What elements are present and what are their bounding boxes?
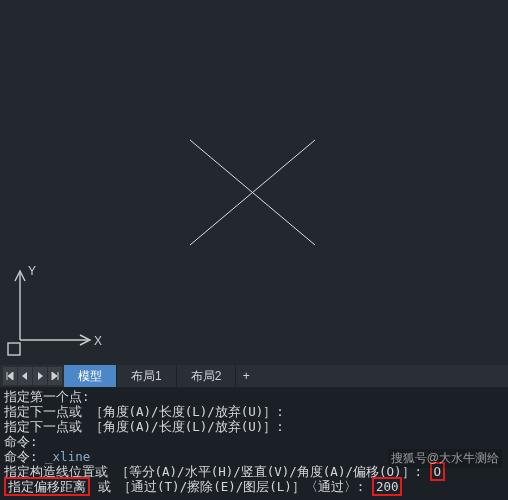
tab-nav-next[interactable] [33,367,47,385]
layout-tabs: 模型 布局1 布局2 [64,365,236,387]
tab-nav-prev[interactable] [18,367,32,385]
axis-x-label: X [94,334,102,348]
svg-rect-4 [8,343,20,355]
layout-tab-bar: 模型 布局1 布局2 + [0,365,508,387]
tab-add-button[interactable]: + [236,365,256,387]
cmd-line: 指定下一点或 ［角度(A)/长度(L)/放弃(U)］: [4,404,504,419]
command-window[interactable]: 指定第一个点: 指定下一点或 ［角度(A)/长度(L)/放弃(U)］: 指定下一… [0,387,508,500]
cmd-line: 指定偏移距离 或 ［通过(T)/擦除(E)/图层(L)］〈通过〉: 200 [4,479,504,494]
cmd-line: 指定第一个点: [4,389,504,404]
tab-nav-group [0,365,64,387]
drawing-viewport[interactable]: Y X [0,0,508,365]
watermark: 搜狐号@大水牛测给 [388,449,502,468]
tab-layout1[interactable]: 布局1 [117,365,177,387]
tab-layout2[interactable]: 布局2 [177,365,237,387]
tab-model[interactable]: 模型 [64,365,117,387]
ucs-icon: Y X [0,255,110,365]
highlight-offset-value: 200 [372,477,403,496]
tab-nav-last[interactable] [48,367,62,385]
highlight-offset-label: 指定偏移距离 [4,477,90,496]
cmd-line: 指定下一点或 ［角度(A)/长度(L)/放弃(U)］: [4,419,504,434]
axis-y-label: Y [28,264,36,278]
cmd-line: 命令: [4,434,504,449]
tab-nav-first[interactable] [3,367,17,385]
